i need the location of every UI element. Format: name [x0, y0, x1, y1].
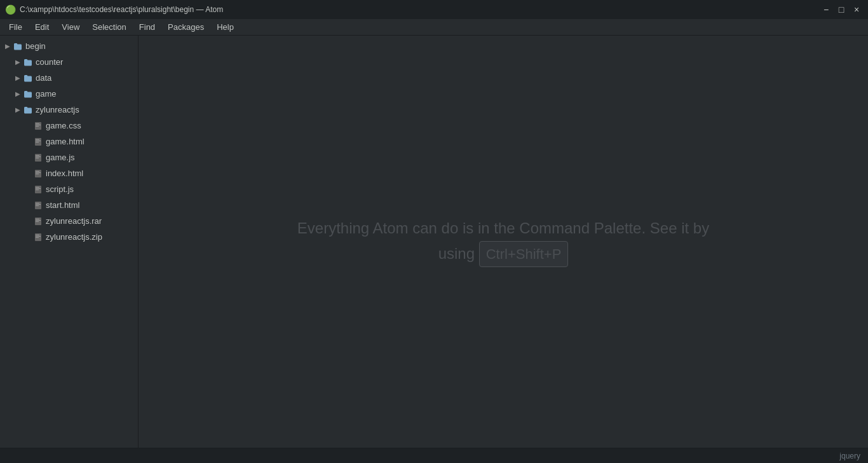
- file-icon: [33, 216, 43, 226]
- title-bar: 🟢 C:\xampp\htdocs\testcodes\reactjs\plur…: [0, 0, 868, 19]
- tree-label-game: game: [36, 89, 57, 99]
- menu-item-packages[interactable]: Packages: [161, 20, 210, 34]
- tree-label-start-html: start.html: [46, 200, 79, 210]
- tree-item-game-css[interactable]: ▶ game.css: [0, 118, 138, 134]
- chevron-icon: ▶: [13, 73, 23, 83]
- svg-rect-17: [36, 187, 39, 188]
- file-icon: [33, 184, 43, 195]
- svg-rect-9: [36, 155, 39, 156]
- chevron-icon: ▶: [13, 57, 23, 67]
- status-bar: jquery: [0, 448, 868, 463]
- tree-item-game-html[interactable]: ▶ game.html: [0, 134, 138, 149]
- svg-rect-25: [36, 219, 39, 219]
- svg-rect-27: [36, 221, 39, 222]
- svg-rect-31: [36, 237, 39, 238]
- app-icon: 🟢: [5, 4, 16, 15]
- keyboard-shortcut: Ctrl+Shift+P: [479, 241, 569, 267]
- minimize-button[interactable]: −: [820, 3, 832, 16]
- file-icon: [33, 200, 43, 211]
- welcome-line-2-pre: using: [438, 245, 479, 262]
- folder-icon: [23, 89, 33, 99]
- svg-rect-5: [36, 139, 39, 140]
- title-bar-left: 🟢 C:\xampp\htdocs\testcodes\reactjs\plur…: [5, 4, 223, 15]
- tree-item-game-js[interactable]: ▶ game.js: [0, 149, 138, 165]
- tree-item-zylunreactjs[interactable]: ▶ zylunreactjs: [0, 102, 138, 118]
- tree-item-start-html[interactable]: ▶ start.html: [0, 197, 138, 213]
- file-icon: [33, 121, 43, 131]
- tree-item-game[interactable]: ▶ game: [0, 86, 138, 102]
- tree-label-data: data: [36, 73, 51, 83]
- svg-rect-1: [36, 123, 39, 124]
- tree-label-begin: begin: [25, 41, 46, 51]
- tree-item-begin[interactable]: ▶ begin: [0, 38, 138, 54]
- svg-rect-19: [36, 190, 39, 190]
- tree-label-zylunreactjs-rar: zylunreactjs.rar: [46, 216, 102, 226]
- svg-rect-23: [36, 205, 39, 206]
- svg-rect-10: [36, 156, 41, 157]
- menu-item-selection[interactable]: Selection: [86, 20, 132, 34]
- tree-item-zylunreactjs-zip[interactable]: ▶ zylunreactjs.zip: [0, 229, 138, 245]
- tree-label-zylunreactjs-zip: zylunreactjs.zip: [46, 232, 102, 242]
- tree-label-counter: counter: [36, 57, 63, 67]
- svg-rect-6: [36, 141, 41, 141]
- svg-rect-26: [36, 220, 41, 221]
- tree-item-counter[interactable]: ▶ counter: [0, 54, 138, 70]
- svg-rect-22: [36, 204, 41, 205]
- file-icon: [33, 169, 43, 179]
- menu-item-find[interactable]: Find: [133, 20, 161, 34]
- svg-rect-21: [36, 203, 39, 204]
- svg-rect-3: [36, 126, 39, 127]
- menu-item-view[interactable]: View: [55, 20, 86, 34]
- tree-item-index-html[interactable]: ▶ index.html: [0, 165, 138, 181]
- welcome-line-2: using Ctrl+Shift+P: [297, 241, 709, 267]
- menu-bar: FileEditViewSelectionFindPackagesHelp: [0, 19, 868, 36]
- status-bar-text: jquery: [839, 452, 860, 460]
- close-button[interactable]: ×: [850, 3, 863, 16]
- svg-rect-11: [36, 158, 39, 158]
- folder-icon: [23, 57, 33, 67]
- chevron-icon: ▶: [13, 89, 23, 99]
- file-icon: [33, 232, 43, 242]
- tree-item-script-js[interactable]: ▶ script.js: [0, 181, 138, 197]
- welcome-line-1: Everything Atom can do is in the Command…: [297, 216, 709, 240]
- svg-rect-14: [36, 172, 41, 173]
- file-icon: [33, 137, 43, 147]
- svg-rect-13: [36, 171, 39, 172]
- chevron-icon: ▶: [3, 41, 13, 52]
- folder-icon: [13, 41, 23, 52]
- tree-label-game-html: game.html: [46, 137, 85, 146]
- svg-rect-15: [36, 174, 39, 174]
- svg-rect-18: [36, 188, 41, 189]
- file-icon: [33, 153, 43, 163]
- tree-item-zylunreactjs-rar[interactable]: ▶ zylunreactjs.rar: [0, 213, 138, 229]
- chevron-icon: ▶: [13, 105, 23, 115]
- menu-item-file[interactable]: File: [3, 20, 29, 34]
- svg-rect-29: [36, 235, 39, 235]
- tree-label-script-js: script.js: [46, 184, 74, 194]
- tree-item-data[interactable]: ▶ data: [0, 70, 138, 86]
- tree-label-zylunreactjs: zylunreactjs: [36, 105, 79, 114]
- window-controls: − □ ×: [820, 3, 863, 16]
- svg-rect-2: [36, 125, 41, 125]
- editor-area: Everything Atom can do is in the Command…: [139, 36, 868, 448]
- svg-rect-30: [36, 236, 41, 237]
- menu-item-edit[interactable]: Edit: [29, 20, 55, 34]
- tree-label-game-css: game.css: [46, 121, 81, 130]
- folder-icon: [23, 73, 33, 83]
- title-text: C:\xampp\htdocs\testcodes\reactjs\plural…: [20, 5, 223, 14]
- file-tree-sidebar[interactable]: ▶ begin ▶ counter ▶: [0, 36, 139, 448]
- menu-item-help[interactable]: Help: [210, 20, 240, 34]
- maximize-button[interactable]: □: [835, 3, 848, 16]
- main-layout: ▶ begin ▶ counter ▶: [0, 36, 868, 448]
- tree-label-game-js: game.js: [46, 153, 75, 162]
- welcome-message: Everything Atom can do is in the Command…: [297, 216, 709, 267]
- tree-label-index-html: index.html: [46, 169, 83, 178]
- folder-icon: [23, 105, 33, 115]
- svg-rect-7: [36, 142, 39, 142]
